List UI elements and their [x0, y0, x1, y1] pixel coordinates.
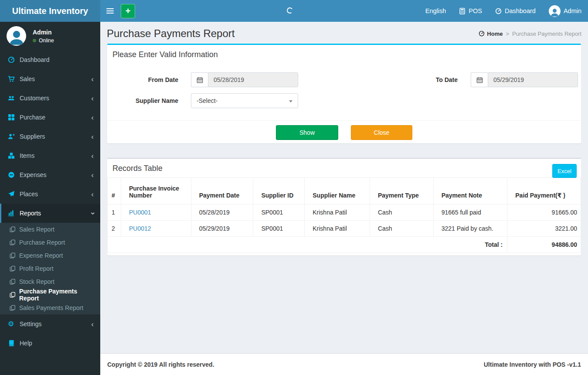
sidebar-item-stock-report[interactable]: Stock Report	[0, 275, 100, 288]
chevron-left-icon: ‹	[91, 320, 94, 328]
sidebar-user-panel: Admin Online	[0, 22, 100, 50]
col-header-num: #	[108, 178, 121, 205]
avatar	[549, 5, 561, 17]
version-text: Ultimate Inventory with POS -v1.1	[484, 361, 581, 368]
page-title: Purchase Payments Report	[107, 27, 235, 40]
brand-logo[interactable]: Ultimate Inventory	[0, 0, 100, 22]
copy-icon	[10, 292, 16, 298]
sidebar-item-profit-report[interactable]: Profit Report	[0, 262, 100, 275]
breadcrumb: Home > Purchase Payments Report	[479, 31, 581, 37]
calculator-icon	[459, 8, 466, 14]
sidebar-item-expenses[interactable]: Expenses‹	[0, 165, 100, 184]
language-menu[interactable]: English	[419, 0, 453, 22]
sidebar-item-help[interactable]: Help	[0, 334, 100, 353]
sidebar-item-purchase-payments-report[interactable]: Purchase Payments Report	[0, 288, 100, 301]
from-date-group	[191, 72, 298, 87]
sidebar-item-reports[interactable]: Reports‹	[0, 204, 100, 223]
paper-plane-icon	[8, 191, 15, 198]
to-date-input[interactable]	[488, 72, 578, 87]
supplier-name-label: Supplier Name	[107, 97, 178, 104]
show-button[interactable]: Show	[276, 125, 338, 140]
navbar: + English POS Dashboard Admin	[100, 0, 588, 22]
online-status-icon	[33, 39, 36, 42]
table-row: 1 PU0001 05/28/2019 SP0001 Krishna Patil…	[108, 205, 581, 221]
book-icon	[8, 340, 15, 347]
sidebar-toggle-icon[interactable]	[100, 0, 120, 22]
col-header-supplier-name: Supplier Name	[305, 178, 370, 205]
to-date-group	[471, 72, 578, 87]
chevron-left-icon: ‹	[91, 114, 94, 121]
copy-icon	[10, 226, 16, 232]
grid-icon	[8, 114, 15, 121]
close-button[interactable]: Close	[351, 125, 412, 140]
user-plus-icon	[8, 133, 15, 140]
gauge-icon	[479, 31, 485, 37]
sidebar-item-purchase[interactable]: Purchase‹	[0, 108, 100, 127]
users-icon	[8, 95, 15, 102]
to-date-label: To Date	[378, 76, 458, 83]
user-status[interactable]: Online	[33, 38, 54, 44]
invoice-link[interactable]: PU0001	[129, 209, 151, 216]
gauge-icon	[8, 56, 15, 63]
cubes-icon	[8, 152, 15, 159]
supplier-select[interactable]: -Select-	[191, 93, 298, 108]
gauge-icon	[495, 8, 502, 14]
invoice-link[interactable]: PU0012	[129, 225, 151, 232]
records-panel: Records Table Excel # Purchase Invoice N…	[107, 158, 581, 256]
user-name: Admin	[33, 29, 54, 36]
main-content: Purchase Payments Report Home > Purchase…	[100, 22, 588, 353]
col-header-invoice: Purchase Invoice Number	[121, 178, 191, 205]
loading-spinner-icon	[286, 7, 293, 14]
copy-icon	[10, 305, 16, 311]
sidebar-item-places[interactable]: Places‹	[0, 184, 100, 204]
sidebar-item-customers[interactable]: Customers‹	[0, 89, 100, 108]
pos-link[interactable]: POS	[452, 0, 489, 22]
chevron-down-icon	[289, 100, 292, 102]
sidebar-item-settings[interactable]: ⚙ Settings‹	[0, 314, 100, 334]
sidebar-item-expense-report[interactable]: Expense Report	[0, 249, 100, 262]
sidebar-item-sales-payments-report[interactable]: Sales Payments Report	[0, 301, 100, 314]
chevron-left-icon: ‹	[91, 171, 94, 179]
sidebar-item-suppliers[interactable]: Suppliers‹	[0, 127, 100, 146]
total-value: 94886.00	[507, 237, 581, 253]
copy-icon	[10, 239, 16, 245]
col-header-payment-type: Payment Type	[370, 178, 433, 205]
user-menu[interactable]: Admin	[542, 0, 588, 22]
minus-circle-icon	[8, 171, 15, 178]
page-footer: Copyright © 2019 All rights reserved. Ul…	[100, 353, 588, 375]
top-navbar: Ultimate Inventory + English POS Dashboa…	[0, 0, 588, 22]
reports-submenu: Sales Report Purchase Report Expense Rep…	[0, 223, 100, 314]
gear-icon: ⚙	[8, 320, 15, 327]
total-label: Total :	[108, 237, 507, 253]
breadcrumb-current: Purchase Payments Report	[512, 31, 581, 37]
calendar-icon[interactable]	[191, 72, 208, 87]
sidebar-item-items[interactable]: Items‹	[0, 146, 100, 165]
breadcrumb-home[interactable]: Home	[479, 31, 503, 37]
chevron-left-icon: ‹	[91, 95, 94, 102]
chevron-left-icon: ‹	[91, 133, 94, 140]
filter-panel: Please Enter Valid Information From Date…	[107, 44, 581, 143]
copyright-text: Copyright © 2019 All rights reserved.	[107, 361, 214, 368]
col-header-payment-note: Payment Note	[433, 178, 507, 205]
dashboard-link[interactable]: Dashboard	[489, 0, 542, 22]
chevron-left-icon: ‹	[91, 75, 94, 83]
chevron-down-icon: ‹	[89, 212, 96, 215]
sidebar-item-purchase-report[interactable]: Purchase Report	[0, 236, 100, 249]
col-header-payment-date: Payment Date	[191, 178, 253, 205]
sidebar-item-dashboard[interactable]: Dashboard	[0, 50, 100, 69]
copy-icon	[10, 266, 16, 272]
filter-panel-title: Please Enter Valid Information	[107, 45, 581, 64]
records-table: # Purchase Invoice Number Payment Date S…	[107, 177, 581, 253]
col-header-supplier-id: Supplier ID	[253, 178, 305, 205]
quick-add-button[interactable]: +	[121, 4, 135, 18]
from-date-input[interactable]	[208, 72, 298, 87]
excel-export-button[interactable]: Excel	[552, 164, 577, 178]
sidebar: Admin Online Dashboard Sales‹ Customers‹…	[0, 22, 100, 375]
col-header-paid-payment: Paid Payment(₹ )	[507, 178, 581, 205]
copy-icon	[10, 279, 16, 285]
sidebar-item-sales-report[interactable]: Sales Report	[0, 223, 100, 236]
copy-icon	[10, 252, 16, 259]
calendar-icon[interactable]	[471, 72, 488, 87]
sidebar-item-sales[interactable]: Sales‹	[0, 69, 100, 89]
table-row: 2 PU0012 05/29/2019 SP0001 Krishna Patil…	[108, 221, 581, 237]
